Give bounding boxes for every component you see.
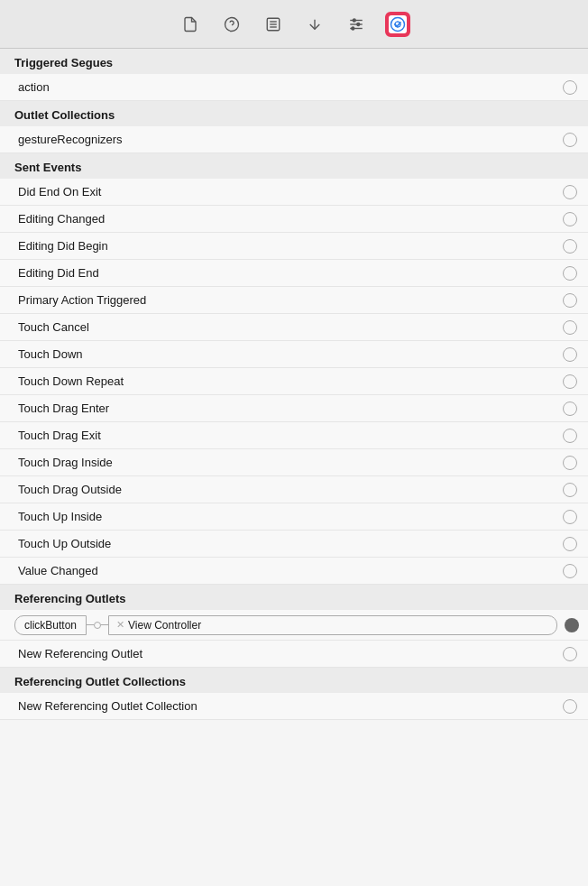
list-item: New Referencing Outlet Collection [0, 693, 588, 720]
list-item: Did End On Exit [0, 179, 588, 206]
list-icon[interactable] [261, 12, 286, 37]
svg-point-12 [352, 27, 354, 30]
connection-circle[interactable] [563, 510, 577, 524]
svg-point-0 [225, 17, 239, 31]
list-item: Touch Up Inside [0, 503, 588, 531]
list-item: Editing Did End [0, 260, 588, 287]
list-item: Touch Drag Outside [0, 476, 588, 503]
main-content: Triggered Segues action Outlet Collectio… [0, 49, 588, 886]
referencing-outlet-collections-header: Referencing Outlet Collections [0, 668, 588, 693]
list-item: Touch Drag Enter [0, 395, 588, 422]
connections-icon[interactable] [302, 12, 327, 37]
connection-circle-filled[interactable] [565, 618, 579, 632]
connection-circle[interactable] [563, 537, 577, 551]
list-item: Touch Drag Exit [0, 422, 588, 449]
outlet-right-pill: ✕ View Controller [108, 615, 557, 635]
referencing-outlets-header: Referencing Outlets [0, 585, 588, 610]
list-item: Value Changed [0, 558, 588, 585]
connection-circle[interactable] [563, 212, 577, 226]
connection-circle[interactable] [563, 647, 577, 661]
connection-circle[interactable] [563, 456, 577, 470]
connection-circle[interactable] [563, 564, 577, 578]
connection-circle[interactable] [563, 320, 577, 335]
connection-circle[interactable] [563, 374, 577, 389]
svg-point-10 [353, 19, 355, 22]
outlet-left-pill: clickButton [14, 615, 87, 635]
connection-circle[interactable] [563, 429, 577, 443]
connection-circle[interactable] [563, 401, 577, 416]
connection-circle[interactable] [563, 185, 577, 199]
inspector-icon[interactable] [344, 12, 369, 37]
list-item: Primary Action Triggered [0, 287, 588, 314]
toolbar [0, 0, 588, 49]
connection-circle[interactable] [563, 483, 577, 497]
list-item: Editing Did Begin [0, 233, 588, 260]
outlet-connection-row: clickButton ✕ View Controller [0, 610, 588, 641]
list-item: Touch Up Outside [0, 531, 588, 558]
connection-circle[interactable] [563, 80, 577, 95]
connection-circle[interactable] [563, 699, 577, 714]
list-item: gestureRecognizers [0, 126, 588, 153]
connection-circle[interactable] [563, 133, 577, 147]
sent-events-header: Sent Events [0, 153, 588, 179]
active-connections-icon[interactable] [385, 12, 410, 37]
list-item: Touch Down Repeat [0, 368, 588, 395]
connection-circle[interactable] [563, 347, 577, 362]
list-item: Touch Drag Inside [0, 449, 588, 476]
connection-circle[interactable] [563, 293, 577, 308]
triggered-segues-header: Triggered Segues [0, 49, 588, 74]
bottom-padding [0, 720, 588, 774]
list-item: Touch Down [0, 341, 588, 368]
help-icon[interactable] [219, 12, 244, 37]
connection-circle[interactable] [563, 239, 577, 254]
svg-point-13 [391, 17, 405, 31]
list-item: Editing Changed [0, 206, 588, 233]
list-item: New Referencing Outlet [0, 641, 588, 668]
file-icon[interactable] [178, 12, 203, 37]
list-item: Touch Cancel [0, 314, 588, 341]
svg-point-11 [357, 23, 360, 25]
outlet-remove-button[interactable]: ✕ [116, 619, 124, 631]
outlet-collections-header: Outlet Collections [0, 101, 588, 126]
connection-circle[interactable] [563, 266, 577, 281]
list-item: action [0, 74, 588, 101]
